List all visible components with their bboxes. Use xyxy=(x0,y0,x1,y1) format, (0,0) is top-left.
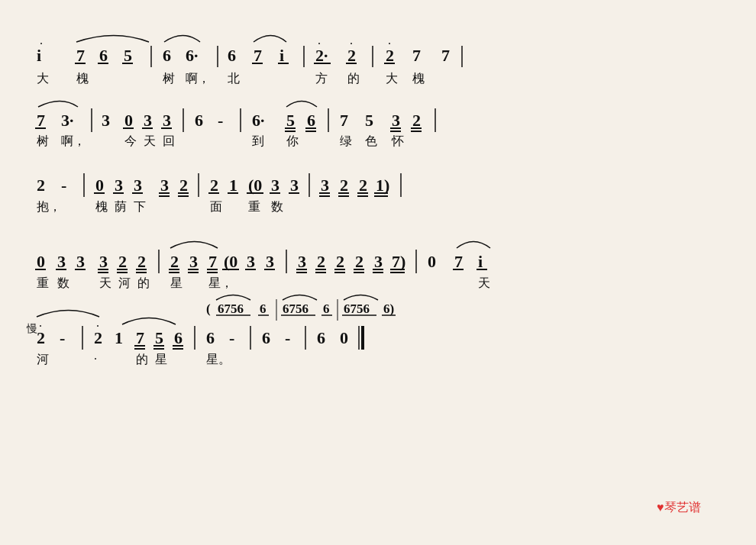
slur-arc xyxy=(216,295,250,301)
slur-arc xyxy=(122,318,176,325)
slur-arc xyxy=(283,295,317,301)
note: 3 xyxy=(134,176,142,195)
lyric: 绿 xyxy=(340,134,352,147)
note: i xyxy=(279,46,284,65)
slur-arc xyxy=(286,102,317,108)
note: 7 xyxy=(208,252,217,271)
note: 2 xyxy=(137,252,146,271)
note: 2 xyxy=(170,252,179,271)
lyric: 星 xyxy=(170,276,183,289)
note: 7) xyxy=(392,252,405,271)
lyric: 到 xyxy=(252,134,264,147)
slur-arc xyxy=(457,242,490,249)
note: 3 xyxy=(266,252,274,271)
lyric: 重 xyxy=(37,276,49,289)
lyric: 抱， xyxy=(37,200,61,213)
note: i xyxy=(478,252,483,271)
note: 2 xyxy=(336,252,344,271)
lyric: 重 xyxy=(248,200,260,213)
note: 0 xyxy=(95,176,104,195)
lyric: 的 xyxy=(137,276,150,289)
score-container: i · 7 6 5 6 6· 6 7 xyxy=(0,0,756,545)
note: 5 xyxy=(124,46,132,65)
note-dot-above: · xyxy=(40,37,43,50)
small-note: 6756 xyxy=(218,302,244,316)
note: 2 xyxy=(37,176,45,195)
note: 3 xyxy=(392,111,400,130)
dot-above: · xyxy=(350,37,353,50)
note: 5 xyxy=(155,328,163,347)
note: 7 xyxy=(412,46,421,65)
slur-arc xyxy=(76,36,149,43)
note: 3 xyxy=(115,176,123,195)
lyric: 天 xyxy=(478,276,490,289)
lyric: 槐 xyxy=(95,200,108,213)
note: 6 xyxy=(317,328,325,347)
note: 5 xyxy=(365,111,373,130)
note: 6 xyxy=(99,46,108,65)
lyric: 星。 xyxy=(206,353,231,366)
lyric: 数 xyxy=(271,200,283,213)
note: 3 xyxy=(189,252,198,271)
note: 3 xyxy=(163,111,171,130)
note: 7 xyxy=(76,46,85,65)
lyric: 面 xyxy=(210,200,222,213)
note: - xyxy=(218,111,223,130)
lyric: 方 xyxy=(315,72,328,85)
lyric: 怀 xyxy=(391,134,404,147)
lyric: 回 xyxy=(163,134,175,147)
note: (0 xyxy=(224,252,237,271)
lyric: 河 xyxy=(37,353,49,366)
note: 6 xyxy=(262,328,270,347)
small-note: 6 xyxy=(323,302,330,316)
small-note: 6756 xyxy=(344,302,370,316)
note: 7 xyxy=(254,46,262,65)
note: 3· xyxy=(61,111,74,130)
small-note: 6) xyxy=(383,302,394,316)
note: 7 xyxy=(37,111,45,130)
lyric: 荫 xyxy=(115,200,127,213)
lyric: 北 xyxy=(228,72,240,85)
note: 3 xyxy=(76,252,85,271)
lyric: · xyxy=(94,353,97,366)
note: 7 xyxy=(340,111,348,130)
lyric: 树 xyxy=(37,134,49,147)
note: - xyxy=(61,176,66,195)
lyric: 数 xyxy=(57,276,69,289)
note: 3 xyxy=(144,111,152,130)
note: 2 xyxy=(179,176,188,195)
dot-above: · xyxy=(96,320,99,333)
music-score-svg: i · 7 6 5 6 6· 6 7 xyxy=(23,15,733,527)
lyric: 啊， xyxy=(186,72,210,85)
watermark-heart: ♥琴艺谱 xyxy=(657,501,701,514)
lyric: 色 xyxy=(365,134,377,147)
note: 6 xyxy=(195,111,203,130)
lyric: 星， xyxy=(208,276,233,289)
lyric: 槐 xyxy=(76,72,89,85)
small-note: ( xyxy=(206,302,211,316)
note: 3 xyxy=(290,176,299,195)
note: 3 xyxy=(321,176,329,195)
note: 7 xyxy=(136,328,144,347)
note: - xyxy=(60,328,65,347)
dot-above: · xyxy=(39,320,42,333)
note: 3 xyxy=(271,176,279,195)
note: 6 xyxy=(206,328,215,347)
note: 5 xyxy=(286,111,295,130)
dot-above: · xyxy=(388,37,391,50)
note: 6· xyxy=(186,46,199,65)
slur-arc xyxy=(344,295,378,301)
note: 3 xyxy=(298,252,306,271)
small-note: 6756 xyxy=(283,302,309,316)
slur-arc xyxy=(254,36,286,43)
note: 1 xyxy=(229,176,237,195)
note: 3 xyxy=(374,252,383,271)
note: 2 xyxy=(317,252,325,271)
note: 2 xyxy=(355,252,363,271)
lyric: 树 xyxy=(163,72,175,85)
slur-arc xyxy=(164,36,200,43)
lyric: 今 xyxy=(124,134,137,147)
lyric: 槐 xyxy=(412,72,425,85)
lyric: 大 xyxy=(386,72,398,85)
note: 0 xyxy=(37,252,45,271)
